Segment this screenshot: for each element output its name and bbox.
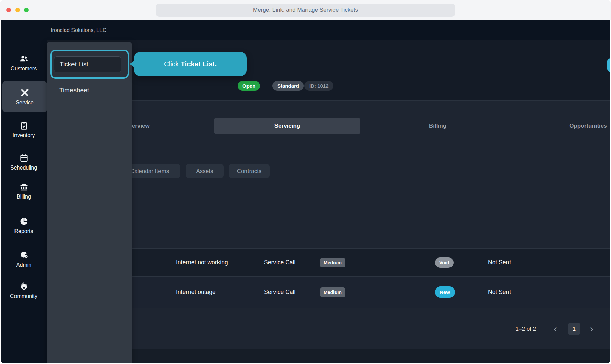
cell-priority: Medium xyxy=(320,248,345,276)
sidebar-item-label: Billing xyxy=(17,194,31,200)
priority-medium-chip: Medium xyxy=(320,287,345,297)
priority-medium-chip: Medium xyxy=(320,258,345,267)
tools-icon xyxy=(20,88,30,98)
bank-icon xyxy=(19,182,29,192)
page-number-button[interactable]: 1 xyxy=(568,323,580,335)
status-new-chip: New xyxy=(435,286,455,298)
subtab-assets[interactable]: Assets xyxy=(186,164,224,178)
sidebar-item-scheduling[interactable]: Scheduling xyxy=(1,148,47,176)
sidebar-item-label: Service xyxy=(16,100,33,106)
cell-status: Void xyxy=(435,248,454,276)
app-window: Ironclad Solutions, LLC Open Standard ID… xyxy=(1,20,610,363)
tooltip-text: Click xyxy=(164,60,179,68)
sidebar-item-billing[interactable]: Billing xyxy=(1,177,47,205)
previous-page-icon[interactable]: ‹ xyxy=(551,321,560,336)
sidebar-item-label: Inventory xyxy=(13,132,35,139)
ticket-status-badge: Open xyxy=(238,81,260,91)
tooltip-arrow-icon xyxy=(130,61,134,67)
clipboard-check-icon xyxy=(19,121,29,130)
coachmark-tooltip: ClickTicket List. xyxy=(134,52,247,76)
subtab-contracts[interactable]: Contracts xyxy=(229,164,270,178)
sidebar-item-service[interactable]: Service xyxy=(2,81,47,112)
tab-billing[interactable]: Billing xyxy=(365,118,511,134)
cell-type: Service Call xyxy=(264,276,295,308)
sidebar-item-reports[interactable]: Reports xyxy=(1,211,47,240)
zoom-window-button[interactable] xyxy=(24,8,29,12)
ticket-type-badge: Standard xyxy=(272,81,304,91)
menu-item-timesheet[interactable]: Timesheet xyxy=(59,85,89,95)
cell-billing-status: Not Sent xyxy=(488,276,511,308)
cell-type: Service Call xyxy=(264,248,295,276)
calendar-icon xyxy=(19,153,29,163)
sidebar-item-label: Admin xyxy=(16,262,31,268)
sidebar-item-inventory[interactable]: Inventory xyxy=(1,116,47,144)
sidebar-item-admin[interactable]: Admin xyxy=(1,245,47,273)
window-title: Merge, Link, and Manage Service Tickets xyxy=(156,4,455,17)
cell-description[interactable]: Internet outage xyxy=(176,276,216,308)
tooltip-target-text: Ticket List. xyxy=(181,60,217,68)
menu-item-ticket-list[interactable]: Ticket List xyxy=(54,56,121,72)
titlebar: Merge, Link, and Manage Service Tickets xyxy=(0,0,611,20)
cell-description[interactable]: Internet not working xyxy=(176,248,228,276)
next-page-icon[interactable]: › xyxy=(587,321,596,336)
close-window-button[interactable] xyxy=(6,8,11,12)
sidebar: Customers Service xyxy=(1,20,47,363)
cell-status: New xyxy=(435,276,455,308)
screenshot-root: Merge, Link, and Manage Service Tickets … xyxy=(0,0,611,364)
minimize-window-button[interactable] xyxy=(15,8,20,12)
pie-chart-icon xyxy=(19,217,29,226)
tab-opportunities[interactable]: Opportunities xyxy=(515,118,610,134)
cell-billing-status: Not Sent xyxy=(488,248,511,276)
admin-user-icon xyxy=(19,250,29,260)
status-void-chip: Void xyxy=(435,257,454,268)
cut-off-action-button[interactable] xyxy=(607,58,610,72)
sidebar-item-customers[interactable]: Customers xyxy=(1,49,47,77)
sidebar-item-label: Reports xyxy=(14,228,33,234)
sidebar-item-label: Scheduling xyxy=(10,165,37,171)
company-name: Ironclad Solutions, LLC xyxy=(51,20,106,40)
people-icon xyxy=(19,54,29,64)
pagination-range-label: 1–2 of 2 xyxy=(505,323,536,335)
sidebar-item-label: Community xyxy=(10,293,37,299)
service-flyout-menu: Ticket List Timesheet xyxy=(47,42,132,363)
sidebar-item-label: Customers xyxy=(11,66,37,72)
sidebar-item-community[interactable]: Community xyxy=(1,276,47,305)
cell-priority: Medium xyxy=(320,276,345,308)
ticket-id-badge: ID: 1012 xyxy=(304,81,333,91)
mascot-icon xyxy=(19,282,29,291)
tab-servicing[interactable]: Servicing xyxy=(214,118,360,134)
